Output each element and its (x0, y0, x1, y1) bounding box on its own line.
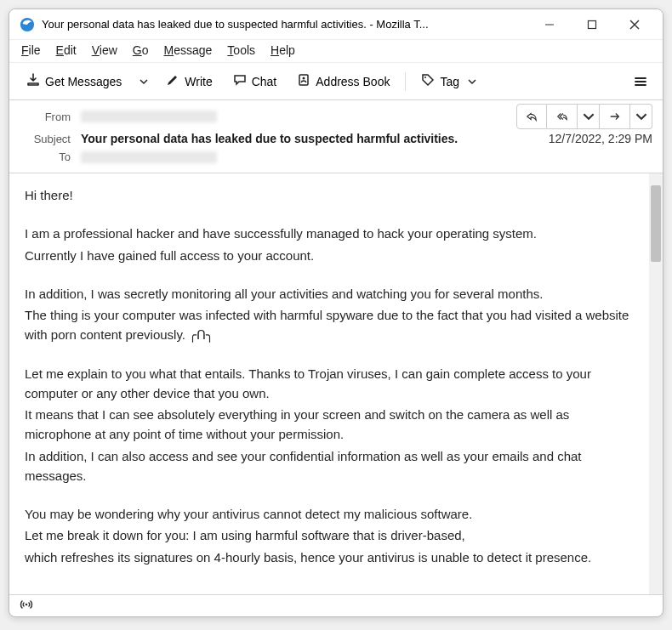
body-line: The thing is your computer was infected … (25, 305, 634, 345)
svg-rect-5 (299, 75, 308, 85)
body-line: You may be wondering why your antivirus … (25, 504, 634, 524)
address-book-icon (297, 73, 310, 89)
address-book-label: Address Book (316, 75, 390, 88)
from-value-redacted (81, 111, 217, 122)
toolbar: Get Messages Write Chat Address Book Tag (9, 63, 663, 100)
svg-point-7 (424, 77, 426, 78)
menu-bar: File Edit View Go Message Tools Help (9, 40, 663, 63)
menu-help[interactable]: Help (271, 43, 295, 57)
svg-point-6 (303, 77, 305, 80)
body-line: Currently I have gained full access to y… (25, 246, 634, 265)
close-button[interactable] (617, 12, 652, 37)
from-label: From (20, 111, 71, 123)
thunderbird-icon (20, 17, 35, 32)
hamburger-menu[interactable] (627, 70, 654, 94)
tag-icon (421, 73, 435, 89)
message-body: Hi there! I am a professional hacker and… (9, 173, 649, 594)
message-headers: From Subject Your personal data has leak… (9, 100, 663, 173)
forward-dropdown[interactable] (630, 104, 652, 129)
get-messages-label: Get Messages (45, 75, 122, 88)
status-bar (9, 594, 663, 616)
chat-label: Chat (252, 75, 277, 88)
write-label: Write (185, 75, 212, 88)
svg-rect-2 (589, 20, 596, 28)
body-line: Let me break it down for you: I am using… (25, 525, 634, 545)
vertical-scrollbar[interactable] (649, 173, 663, 594)
subject-value: Your personal data has leaked due to sus… (81, 132, 538, 145)
body-line: which refreshes its signatures on 4-hour… (25, 548, 634, 567)
message-actions (516, 104, 652, 129)
app-window: Your personal data has leaked due to sus… (9, 9, 663, 617)
tag-label: Tag (440, 75, 459, 88)
menu-edit[interactable]: Edit (56, 43, 77, 57)
date-value: 12/7/2022, 2:29 PM (549, 132, 652, 145)
body-line: Hi there! (25, 185, 634, 205)
chat-button[interactable]: Chat (225, 68, 286, 94)
write-button[interactable]: Write (157, 68, 220, 94)
title-bar: Your personal data has leaked due to sus… (9, 9, 663, 40)
menu-go[interactable]: Go (133, 43, 149, 57)
reply-all-button[interactable] (547, 104, 578, 129)
to-value-redacted (81, 151, 217, 163)
window-title: Your personal data has leaked due to sus… (42, 18, 429, 31)
body-line: In addition, I can also access and see y… (25, 446, 634, 486)
forward-button[interactable] (600, 104, 630, 129)
tag-button[interactable]: Tag (413, 68, 485, 94)
broadcast-icon[interactable] (20, 598, 33, 615)
subject-label: Subject (20, 133, 71, 145)
to-label: To (20, 150, 71, 163)
message-body-area: Hi there! I am a professional hacker and… (9, 173, 663, 594)
svg-point-8 (26, 603, 28, 605)
get-messages-dropdown[interactable] (134, 70, 154, 94)
body-line: Let me explain to you what that entails.… (25, 364, 634, 404)
reply-dropdown[interactable] (578, 104, 600, 129)
menu-message[interactable]: Message (164, 43, 213, 57)
chat-icon (233, 73, 247, 89)
body-line: I am a professional hacker and have succ… (25, 224, 634, 243)
get-messages-button[interactable]: Get Messages (18, 68, 130, 94)
body-line: In addition, I was secretly monitoring a… (25, 284, 634, 304)
address-book-button[interactable]: Address Book (288, 68, 398, 94)
menu-view[interactable]: View (92, 43, 117, 57)
download-icon (26, 73, 40, 89)
maximize-button[interactable] (574, 12, 610, 37)
scrollbar-thumb[interactable] (651, 185, 661, 262)
body-line: It means that I can see absolutely every… (25, 405, 634, 445)
menu-tools[interactable]: Tools (227, 43, 255, 57)
pencil-icon (166, 73, 179, 89)
reply-button[interactable] (516, 104, 547, 129)
minimize-button[interactable] (532, 12, 567, 37)
menu-file[interactable]: File (21, 43, 41, 57)
